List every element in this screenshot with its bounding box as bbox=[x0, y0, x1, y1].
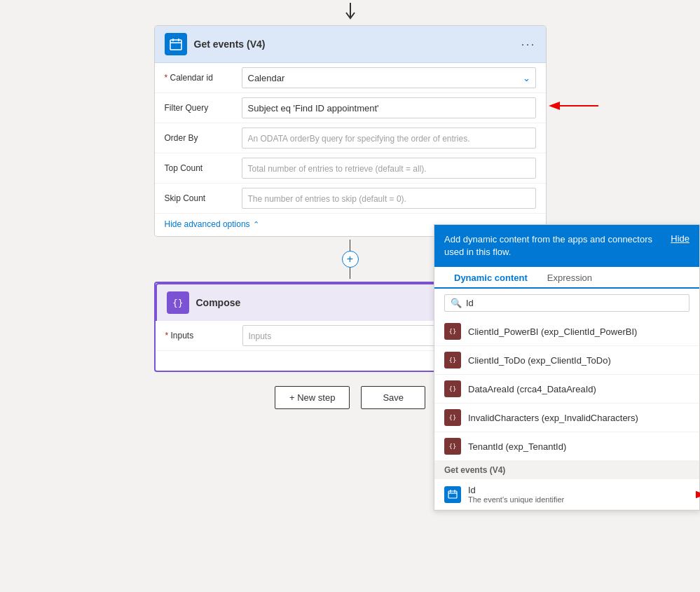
calendar-id-select[interactable]: Calendar bbox=[242, 67, 536, 88]
id-red-arrow-icon bbox=[696, 486, 700, 503]
dynamic-section-item-icon bbox=[444, 486, 461, 503]
dynamic-section-item[interactable]: Id The event's unique identifier bbox=[434, 479, 699, 510]
tab-dynamic-content[interactable]: Dynamic content bbox=[444, 267, 537, 289]
dynamic-list: {} ClientId_PowerBI (exp_ClientId_PowerB… bbox=[434, 317, 699, 510]
get-events-card: Get events (V4) ··· * Calendar id Calend… bbox=[154, 25, 547, 237]
get-events-title: Get events (V4) bbox=[194, 39, 521, 50]
svg-text:{}: {} bbox=[172, 298, 184, 308]
calendar-id-select-wrapper: Calendar ⌄ bbox=[242, 67, 536, 88]
dynamic-item[interactable]: {} DataAreaId (crca4_DataAreaId) bbox=[434, 375, 699, 404]
chevron-up-icon: ⌃ bbox=[253, 220, 259, 229]
dynamic-item[interactable]: {} InvalidCharacters (exp_InvalidCharact… bbox=[434, 404, 699, 432]
dynamic-section-item-content: Id The event's unique identifier bbox=[468, 485, 689, 504]
tab-expression[interactable]: Expression bbox=[537, 267, 602, 289]
dynamic-section-header: Get events (V4) bbox=[434, 461, 699, 479]
dynamic-item-expr-icon: {} bbox=[444, 438, 461, 455]
dynamic-item-label: TenantId (exp_TenantId) bbox=[468, 441, 566, 452]
filter-query-input[interactable] bbox=[242, 97, 536, 118]
skip-count-input[interactable] bbox=[242, 188, 536, 209]
dynamic-content-panel: Add dynamic content from the apps and co… bbox=[434, 224, 700, 511]
dynamic-item-expr-icon: {} bbox=[444, 380, 461, 397]
add-step-button[interactable]: + bbox=[342, 251, 359, 268]
new-step-button[interactable]: + New step bbox=[275, 386, 350, 409]
svg-rect-7 bbox=[448, 491, 457, 498]
dynamic-item-label: DataAreaId (crca4_DataAreaId) bbox=[468, 384, 596, 394]
inputs-label: * Inputs bbox=[165, 331, 242, 340]
dynamic-item[interactable]: {} ClientId_PowerBI (exp_ClientId_PowerB… bbox=[434, 317, 699, 346]
dynamic-item-label: InvalidCharacters (exp_InvalidCharacters… bbox=[468, 413, 638, 423]
dynamic-item-label: ClientId_ToDo (exp_ClientId_ToDo) bbox=[468, 355, 611, 366]
dynamic-item[interactable]: {} TenantId (exp_TenantId) bbox=[434, 432, 699, 461]
skip-count-row: Skip Count bbox=[155, 184, 546, 214]
filter-query-row: Filter Query bbox=[155, 93, 546, 123]
filter-query-red-arrow-icon bbox=[546, 97, 602, 114]
dynamic-section-item-sublabel: The event's unique identifier bbox=[468, 495, 689, 504]
top-count-row: Top Count bbox=[155, 153, 546, 184]
order-by-input[interactable] bbox=[242, 128, 536, 149]
dynamic-section-item-label: Id bbox=[468, 485, 689, 495]
dynamic-item-label: ClientId_PowerBI (exp_ClientId_PowerBI) bbox=[468, 326, 637, 337]
calendar-id-label: * Calendar id bbox=[165, 73, 242, 83]
get-events-body: * Calendar id Calendar ⌄ Filter Query bbox=[155, 63, 546, 236]
calendar-id-row: * Calendar id Calendar ⌄ bbox=[155, 63, 546, 93]
dynamic-item[interactable]: {} ClientId_ToDo (exp_ClientId_ToDo) bbox=[434, 346, 699, 375]
get-events-icon bbox=[165, 33, 187, 55]
search-icon: 🔍 bbox=[451, 298, 462, 308]
hide-advanced-label: Hide advanced options bbox=[165, 219, 250, 229]
get-events-more-button[interactable]: ··· bbox=[521, 37, 535, 52]
dynamic-search-input[interactable] bbox=[466, 298, 683, 308]
dynamic-panel-header: Add dynamic content from the apps and co… bbox=[434, 225, 699, 267]
dynamic-panel-hide-button[interactable]: Hide bbox=[671, 233, 689, 244]
connector-line-top bbox=[350, 240, 350, 251]
dynamic-item-expr-icon: {} bbox=[444, 352, 461, 369]
connector-line-bottom bbox=[350, 268, 350, 279]
top-count-input[interactable] bbox=[242, 158, 536, 179]
svg-rect-1 bbox=[170, 40, 181, 50]
filter-query-label: Filter Query bbox=[165, 103, 242, 113]
order-by-label: Order By bbox=[165, 133, 242, 143]
dynamic-panel-header-text: Add dynamic content from the apps and co… bbox=[444, 233, 664, 259]
dynamic-tabs: Dynamic content Expression bbox=[434, 267, 699, 289]
dynamic-item-expr-icon: {} bbox=[444, 323, 461, 340]
dynamic-item-expr-icon: {} bbox=[444, 409, 461, 426]
search-box: 🔍 bbox=[444, 294, 689, 312]
get-events-header: Get events (V4) ··· bbox=[155, 26, 546, 63]
top-arrow-icon bbox=[344, 3, 357, 22]
skip-count-label: Skip Count bbox=[165, 193, 242, 203]
compose-icon: {} bbox=[167, 291, 189, 314]
save-button[interactable]: Save bbox=[361, 386, 425, 409]
dynamic-search-area: 🔍 bbox=[434, 289, 699, 317]
top-count-label: Top Count bbox=[165, 163, 242, 173]
order-by-row: Order By bbox=[155, 123, 546, 153]
